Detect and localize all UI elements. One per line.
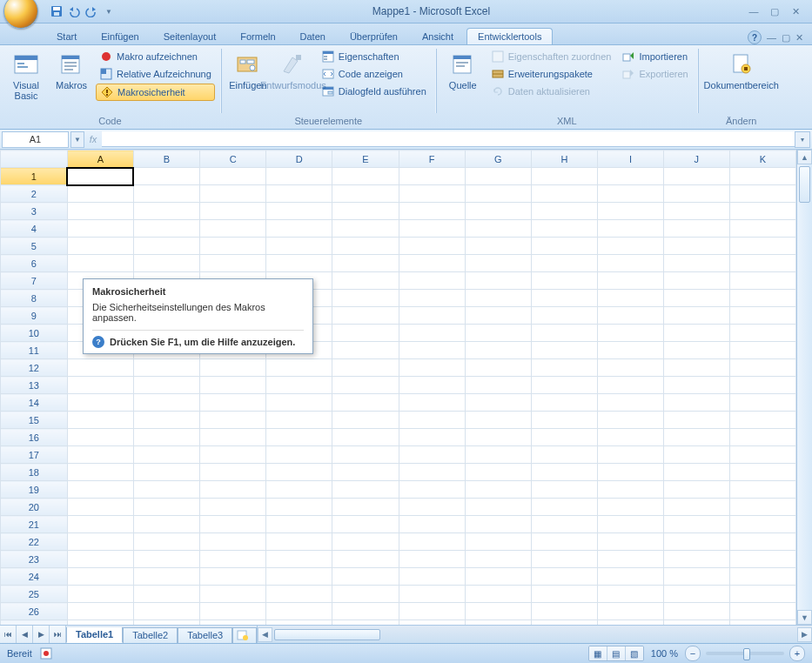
cell[interactable]	[729, 499, 795, 516]
cell[interactable]	[531, 464, 597, 481]
cell[interactable]	[399, 325, 465, 342]
cell[interactable]	[332, 307, 399, 325]
cell[interactable]	[200, 429, 266, 446]
column-header[interactable]: E	[332, 151, 399, 168]
cell[interactable]	[133, 620, 199, 626]
view-page-break-button[interactable]: ▧	[626, 646, 643, 660]
cell[interactable]	[598, 342, 664, 359]
cell[interactable]	[729, 168, 795, 185]
cell[interactable]	[531, 446, 597, 464]
column-header[interactable]: I	[598, 151, 664, 168]
cell[interactable]	[663, 429, 729, 446]
cell[interactable]	[399, 220, 465, 238]
cell[interactable]	[67, 464, 133, 481]
cell[interactable]	[67, 481, 133, 499]
cell[interactable]	[531, 499, 597, 516]
cell[interactable]	[133, 464, 199, 481]
cell[interactable]	[67, 533, 133, 551]
cell[interactable]	[399, 290, 465, 307]
cell[interactable]	[663, 620, 729, 626]
cell[interactable]	[200, 603, 266, 620]
cell[interactable]	[465, 272, 531, 290]
cell[interactable]	[663, 359, 729, 377]
cell[interactable]	[465, 255, 531, 272]
cell[interactable]	[531, 220, 597, 238]
name-box[interactable]: A1	[2, 131, 69, 148]
cell[interactable]	[266, 446, 332, 464]
cell[interactable]	[67, 446, 133, 464]
row-header[interactable]: 18	[1, 464, 68, 481]
row-header[interactable]: 17	[1, 446, 68, 464]
cell[interactable]	[133, 568, 199, 586]
cell[interactable]	[531, 603, 597, 620]
cell[interactable]	[332, 516, 399, 533]
cell[interactable]	[531, 203, 597, 220]
tab-formeln[interactable]: Formeln	[229, 28, 286, 44]
makrosicherheit-button[interactable]: Makrosicherheit	[96, 84, 215, 101]
cell[interactable]	[67, 516, 133, 533]
cell[interactable]	[67, 499, 133, 516]
cell[interactable]	[729, 359, 795, 377]
view-normal-button[interactable]: ▦	[589, 646, 607, 660]
cell[interactable]	[200, 185, 266, 203]
cell[interactable]	[663, 586, 729, 603]
cell[interactable]	[332, 481, 399, 499]
cell[interactable]	[200, 359, 266, 377]
save-icon[interactable]	[49, 3, 64, 19]
cell[interactable]	[200, 220, 266, 238]
cell[interactable]	[399, 272, 465, 290]
cell[interactable]	[266, 464, 332, 481]
cell[interactable]	[133, 255, 199, 272]
cell[interactable]	[465, 551, 531, 568]
mdi-minimize-button[interactable]: —	[767, 32, 776, 43]
cell[interactable]	[133, 394, 199, 412]
cell[interactable]	[598, 255, 664, 272]
visual-basic-button[interactable]: Visual Basic	[5, 49, 47, 101]
cell[interactable]	[663, 307, 729, 325]
new-sheet-button[interactable]	[232, 627, 257, 643]
cell[interactable]	[200, 238, 266, 255]
macro-record-status-icon[interactable]	[39, 646, 53, 660]
cell[interactable]	[200, 377, 266, 394]
scroll-thumb-h[interactable]	[274, 629, 380, 640]
cell[interactable]	[399, 412, 465, 429]
maximize-button[interactable]: ▢	[767, 6, 782, 17]
column-header[interactable]: G	[465, 151, 531, 168]
cell[interactable]	[465, 220, 531, 238]
cell[interactable]	[266, 412, 332, 429]
cell[interactable]	[663, 464, 729, 481]
cell[interactable]	[729, 185, 795, 203]
cell[interactable]	[465, 203, 531, 220]
quelle-button[interactable]: Quelle	[442, 49, 484, 90]
cell[interactable]	[663, 568, 729, 586]
cell[interactable]	[67, 551, 133, 568]
cell[interactable]	[266, 603, 332, 620]
eigenschaften-button[interactable]: Eigenschaften	[318, 49, 430, 64]
scroll-up-button[interactable]: ▲	[797, 150, 812, 164]
tab-start[interactable]: Start	[45, 28, 88, 44]
cell[interactable]	[531, 359, 597, 377]
eigenschaften-zuordnen-button[interactable]: Eigenschaften zuordnen	[487, 49, 615, 64]
cell[interactable]	[465, 412, 531, 429]
sheet-tab-3[interactable]: Tabelle3	[178, 627, 232, 643]
cell[interactable]	[531, 290, 597, 307]
close-button[interactable]: ✕	[788, 6, 803, 17]
cell[interactable]	[133, 185, 199, 203]
zoom-level[interactable]: 100 %	[651, 648, 678, 659]
cell[interactable]	[266, 359, 332, 377]
cell[interactable]	[598, 238, 664, 255]
cell[interactable]	[200, 464, 266, 481]
cell[interactable]	[465, 446, 531, 464]
cell[interactable]	[133, 499, 199, 516]
entwurfsmodus-button[interactable]: Entwurfsmodus	[272, 49, 314, 90]
zoom-slider[interactable]	[706, 652, 784, 655]
cell[interactable]	[465, 325, 531, 342]
cell[interactable]	[663, 394, 729, 412]
zoom-in-button[interactable]: +	[789, 646, 805, 661]
cell[interactable]	[200, 168, 266, 185]
cell[interactable]	[332, 220, 399, 238]
cell[interactable]	[531, 568, 597, 586]
cell[interactable]	[266, 568, 332, 586]
row-header[interactable]: 14	[1, 394, 68, 412]
cell[interactable]	[399, 377, 465, 394]
